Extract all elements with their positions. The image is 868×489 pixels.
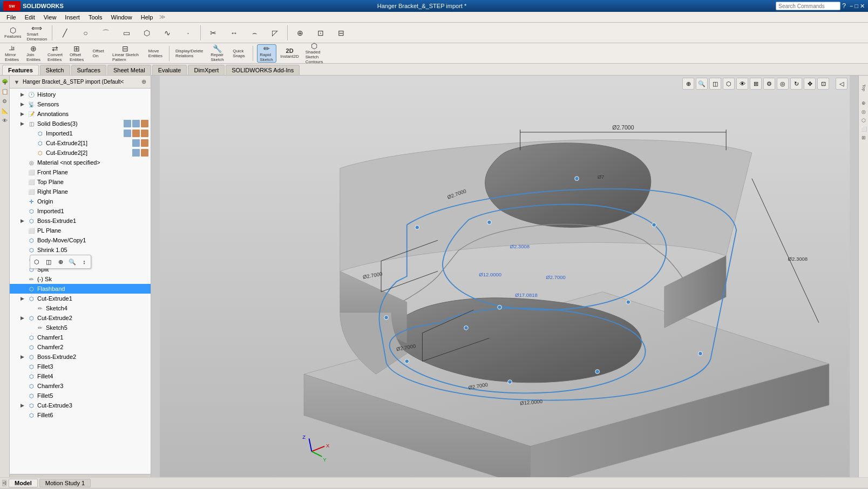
display-wireframe-btn[interactable]: ⊞: [860, 134, 867, 141]
tab-sheet-metal[interactable]: Sheet Metal: [107, 65, 151, 75]
tree-item-cut-extrude3[interactable]: ▶ ⬡ Cut-Extrude3: [10, 400, 151, 410]
menu-insert[interactable]: Insert: [60, 12, 84, 22]
rotate-view-btn[interactable]: ↻: [790, 78, 802, 90]
zoom-in-btn[interactable]: 🔍: [696, 78, 708, 90]
tree-item-imported1[interactable]: ⬡ Imported1: [10, 128, 151, 138]
tree-item-solid-bodies[interactable]: ▶ ◫ Solid Bodies(3): [10, 119, 151, 128]
panel-resize-handle[interactable]: [10, 474, 151, 477]
display-style-btn[interactable]: ⬡: [723, 78, 735, 90]
tree-item-cut-extrude2[interactable]: ▶ ⬡ Cut-Extrude2: [10, 313, 151, 323]
view-settings-btn[interactable]: ⚙: [763, 78, 775, 90]
tree-item-right-plane[interactable]: ⬜ Right Plane: [10, 187, 151, 196]
rect-tool-btn[interactable]: ▭: [117, 24, 136, 42]
line-tool-btn[interactable]: ╱: [55, 24, 74, 42]
mini-btn-5[interactable]: ↕: [79, 256, 90, 267]
quick-snaps-btn[interactable]: QuickSnaps: [229, 44, 249, 63]
tree-item-fillet6[interactable]: ⬡ Fillet6: [10, 410, 151, 420]
fillet-sketch-btn[interactable]: ⌢: [245, 24, 264, 42]
tree-item-origin[interactable]: ✛ Origin: [10, 196, 151, 206]
convert-entities-btn[interactable]: ⇄ ConvertEntities: [45, 44, 65, 63]
tree-item-sketch-minus[interactable]: ✏ (-) Sk: [10, 274, 151, 284]
tree-item-top-plane[interactable]: ⬜ Top Plane: [10, 177, 151, 187]
minimize-button[interactable]: −: [850, 3, 853, 9]
trim-tool-btn[interactable]: ✂: [204, 24, 223, 42]
menu-tools[interactable]: Tools: [84, 12, 107, 22]
view-right-btn[interactable]: ◎: [860, 108, 867, 116]
tab-solidworks-addins[interactable]: SOLIDWORKS Add-Ins: [226, 65, 300, 75]
instant2d-btn[interactable]: 2D Instant2D: [279, 44, 301, 63]
search-commands-input[interactable]: [776, 2, 840, 10]
menu-file[interactable]: File: [2, 12, 21, 22]
polygon-tool-btn[interactable]: ⬡: [137, 24, 157, 42]
tree-item-boss-extrude1[interactable]: ▶ ⬡ Boss-Extrude1: [10, 216, 151, 226]
tree-item-sketch4[interactable]: ✏ Sketch4: [10, 303, 151, 313]
apply-scene-btn[interactable]: ◎: [777, 78, 789, 90]
previous-view-btn[interactable]: ◁: [836, 78, 847, 90]
tab-surfaces[interactable]: Surfaces: [71, 65, 106, 75]
features-toolbar-btn[interactable]: ⬡ Features: [2, 24, 24, 42]
menu-view[interactable]: View: [39, 12, 61, 22]
display-manager-icon[interactable]: 👁: [1, 117, 9, 124]
menu-help[interactable]: Help: [137, 12, 158, 22]
tree-item-annotations[interactable]: ▶ 📝 Annotations: [10, 109, 151, 119]
construction-btn[interactable]: ⊕: [290, 24, 310, 42]
tree-item-boss-extrude2[interactable]: ▶ ⬡ Boss-Extrude2: [10, 352, 151, 362]
tree-item-front-plane[interactable]: ⬜ Front Plane: [10, 167, 151, 177]
pan-view-btn[interactable]: ✥: [804, 78, 816, 90]
centerline-btn[interactable]: ⊡: [311, 24, 330, 42]
tab-model[interactable]: Model: [9, 479, 38, 487]
zoom-view-btn[interactable]: ⊡: [817, 78, 829, 90]
offset-entities-btn[interactable]: ⊞ OffsetEntities: [67, 44, 86, 63]
mini-btn-3[interactable]: ⊕: [55, 256, 66, 267]
mini-btn-4[interactable]: 🔍: [67, 256, 78, 267]
view-top-btn[interactable]: Top: [860, 77, 867, 98]
mirror-entities-btn[interactable]: ⫡ MirrorEntities: [2, 44, 22, 63]
tree-item-shrink[interactable]: ⬡ Shrink 1.05: [10, 245, 151, 255]
hide-show-btn[interactable]: 👁: [736, 78, 748, 90]
section-view-btn[interactable]: ⊞: [750, 78, 762, 90]
scroll-left-btn[interactable]: ◁: [2, 480, 6, 486]
join-entities-btn[interactable]: ⊕ JoinEntities: [24, 44, 43, 63]
property-manager-icon[interactable]: 📋: [1, 87, 9, 95]
tree-item-pl-plane[interactable]: ⬜ PL Plane: [10, 226, 151, 235]
tree-item-chamfer3[interactable]: ⬡ Chamfer3: [10, 381, 151, 391]
tree-item-fillet3[interactable]: ⬡ Fillet3: [10, 362, 151, 371]
tree-item-cut-extrude22[interactable]: ⬡ Cut-Extrude2[2]: [10, 148, 151, 158]
viewport[interactable]: ⊕ 🔍 ◫ ⬡ 👁 ⊞ ⚙ ◎ ↻ ✥ ⊡ ◁: [151, 76, 858, 477]
tree-item-sensors[interactable]: ▶ 📡 Sensors: [10, 99, 151, 109]
tree-item-fillet4[interactable]: ⬡ Fillet4: [10, 371, 151, 381]
smart-dimension-btn[interactable]: ⟺ SmartDimension: [25, 24, 50, 42]
chamfer-sketch-btn[interactable]: ◸: [265, 24, 284, 42]
arc-tool-btn[interactable]: ⌒: [96, 24, 116, 42]
mini-btn-1[interactable]: ⬡: [31, 256, 42, 267]
tab-sketch[interactable]: Sketch: [40, 65, 70, 75]
tree-item-body-move[interactable]: ⬡ Body-Move/Copy1: [10, 235, 151, 245]
view-orient-btn[interactable]: ◫: [709, 78, 721, 90]
offset-on-surface-btn[interactable]: OffsetOn: [89, 44, 108, 63]
tree-item-material[interactable]: ◎ Material <not specified>: [10, 158, 151, 167]
rapid-sketch-btn[interactable]: ✏ RapidSketch: [257, 44, 276, 63]
tab-dimxpert[interactable]: DimXpert: [188, 65, 225, 75]
maximize-button[interactable]: □: [855, 3, 858, 9]
display-shaded-btn[interactable]: ⬜: [860, 125, 867, 133]
view-front-btn[interactable]: ⊕: [860, 99, 867, 107]
shaded-sketch-btn[interactable]: ⬡ ShadedSketchContours: [303, 44, 325, 63]
menu-expand-icon[interactable]: ≫: [159, 13, 166, 21]
point-tool-btn[interactable]: ·: [178, 24, 198, 42]
filter-icon[interactable]: ▼: [12, 77, 22, 87]
view-iso-btn[interactable]: ⬡: [860, 117, 867, 124]
close-button[interactable]: ✕: [860, 3, 865, 10]
move-entities-btn[interactable]: MoveEntities: [146, 44, 165, 63]
tree-options-btn[interactable]: ⊕: [139, 77, 148, 87]
config-manager-icon[interactable]: ⚙: [1, 97, 9, 105]
tab-evaluate[interactable]: Evaluate: [152, 65, 187, 75]
tree-item-fillet5[interactable]: ⬡ Fillet5: [10, 391, 151, 400]
tree-item-sketch5[interactable]: ✏ Sketch5: [10, 323, 151, 332]
tree-item-cut-extrude21[interactable]: ⬡ Cut-Extrude2[1]: [10, 138, 151, 148]
feature-tree-icon[interactable]: 🌳: [1, 78, 9, 85]
circle-tool-btn[interactable]: ○: [76, 24, 95, 42]
tree-item-history[interactable]: ▶ 🕐 History: [10, 90, 151, 99]
tab-motion-study[interactable]: Motion Study 1: [39, 479, 91, 487]
menu-window[interactable]: Window: [107, 12, 137, 22]
tab-features[interactable]: Features: [2, 65, 39, 75]
